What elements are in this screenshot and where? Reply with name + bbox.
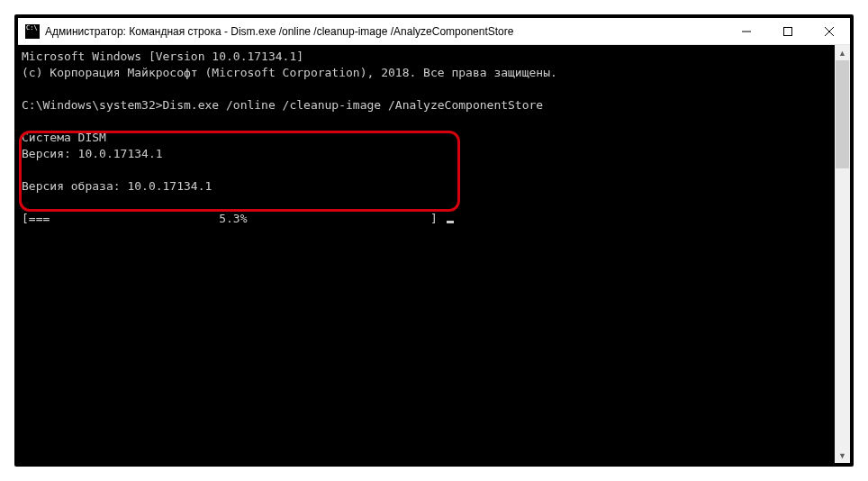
outer-frame: Администратор: Командная строка - Dism.e… — [14, 14, 854, 467]
scroll-down-arrow-icon[interactable]: ▼ — [835, 448, 850, 463]
line-ms-windows: Microsoft Windows [Version 10.0.17134.1] — [22, 50, 303, 63]
vertical-scrollbar[interactable]: ▲ ▼ — [835, 45, 850, 463]
scroll-up-arrow-icon[interactable]: ▲ — [835, 45, 850, 60]
svg-rect-1 — [784, 27, 792, 35]
close-button[interactable] — [809, 18, 850, 45]
minimize-button[interactable] — [726, 18, 767, 45]
titlebar[interactable]: Администратор: Командная строка - Dism.e… — [18, 18, 850, 45]
line-image-version: Версия образа: 10.0.17134.1 — [22, 179, 212, 193]
cursor-icon — [447, 221, 454, 223]
line-progress: [=== 5.3% ] — [22, 212, 445, 225]
window-title: Администратор: Командная строка - Dism.e… — [45, 25, 513, 38]
line-prompt: C:\Windows\system32>Dism.exe /online /cl… — [22, 98, 543, 112]
client-area: Microsoft Windows [Version 10.0.17134.1]… — [18, 45, 850, 463]
window: Администратор: Командная строка - Dism.e… — [18, 18, 850, 463]
scrollbar-thumb[interactable] — [836, 60, 849, 168]
line-copyright: (c) Корпорация Майкрософт (Microsoft Cor… — [22, 66, 557, 79]
terminal-output[interactable]: Microsoft Windows [Version 10.0.17134.1]… — [18, 45, 835, 463]
cmd-icon — [25, 24, 40, 39]
line-dism-version: Версия: 10.0.17134.1 — [22, 147, 163, 160]
line-dism-title: Cистема DISM — [22, 131, 106, 144]
maximize-button[interactable] — [767, 18, 809, 45]
